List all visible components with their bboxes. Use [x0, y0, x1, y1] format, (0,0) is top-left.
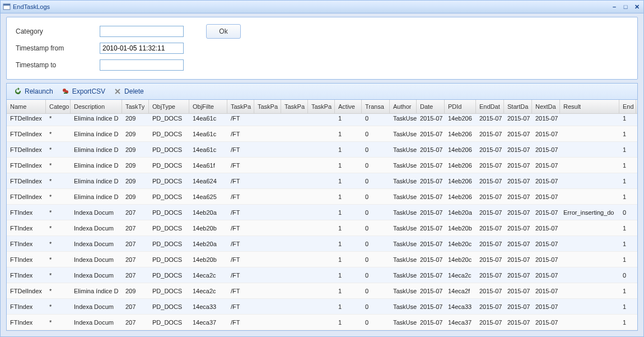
close-button[interactable]: ✕: [632, 3, 641, 11]
cell-active: 1: [335, 131, 362, 137]
table-row[interactable]: FTDelIndex*Elimina índice D209PD_DOCS14e…: [7, 126, 637, 142]
cell-cat: *: [46, 162, 71, 169]
cell-objtype: PD_DOCS: [149, 241, 189, 247]
svg-rect-1: [3, 4, 10, 6]
column-header[interactable]: End: [619, 100, 636, 113]
column-header[interactable]: TaskPa: [281, 100, 308, 113]
cell-tp1: /FT: [227, 319, 254, 326]
cell-active: 1: [335, 272, 362, 279]
cell-objtype: PD_DOCS: [149, 272, 189, 279]
cell-author: TaskUse: [390, 162, 417, 169]
column-header[interactable]: TaskPa: [254, 100, 281, 113]
cell-tp1: /FT: [227, 256, 254, 263]
cell-author: TaskUse: [390, 178, 417, 184]
ok-button[interactable]: Ok: [206, 24, 241, 39]
column-header[interactable]: Date: [417, 100, 445, 113]
table-row[interactable]: FTIndex*Indexa Docum207PD_DOCS14eb20b/FT…: [7, 220, 637, 236]
cell-desc: Indexa Docum: [71, 319, 122, 326]
table-row[interactable]: FTDelIndex*Elimina índice D209PD_DOCS14e…: [7, 114, 637, 126]
cell-tp1: /FT: [227, 225, 254, 232]
table-row[interactable]: FTDelIndex*Elimina índice D209PD_DOCS14e…: [7, 142, 637, 158]
table-row[interactable]: FTIndex*Indexa Docum207PD_DOCS14eb20b/FT…: [7, 252, 637, 267]
timestamp-from-input[interactable]: [100, 43, 184, 54]
column-header[interactable]: Description: [71, 100, 122, 113]
column-header[interactable]: ObjType: [149, 100, 189, 113]
column-header[interactable]: Active: [335, 100, 362, 113]
cell-author: TaskUse: [390, 225, 417, 232]
cell-end: 1: [619, 319, 636, 326]
cell-date: 2015-07: [417, 178, 445, 184]
relaunch-button[interactable]: Relaunch: [10, 85, 57, 98]
cell-tp1: /FT: [227, 272, 254, 279]
table-row[interactable]: FTDelIndex*Elimina índice D209PD_DOCS14e…: [7, 283, 637, 299]
table-row[interactable]: FTIndex*Indexa Docum207PD_DOCS14eca37/FT…: [7, 315, 637, 330]
table-row[interactable]: FTIndex*Indexa Docum207PD_DOCS14eb20a/FT…: [7, 205, 637, 220]
cell-trans: 0: [362, 178, 390, 184]
timestamp-to-input[interactable]: [100, 59, 184, 71]
minimize-button[interactable]: –: [610, 3, 619, 11]
column-header[interactable]: Transa: [362, 100, 390, 113]
column-header[interactable]: NextDa: [532, 100, 560, 113]
cell-name: FTDelIndex: [7, 288, 46, 294]
cell-trans: 0: [362, 162, 390, 169]
cell-objfilter: 14ea625: [189, 193, 227, 200]
cell-cat: *: [46, 319, 71, 326]
table-row[interactable]: FTIndex*Indexa Docum207PD_DOCS14eca2c/FT…: [7, 267, 637, 283]
cell-name: FTIndex: [7, 319, 46, 326]
cell-nextdate: 2015-07: [532, 209, 560, 216]
column-header[interactable]: Result: [560, 100, 619, 113]
cell-nextdate: 2015-07: [532, 225, 560, 232]
cell-tp1: /FT: [227, 209, 254, 216]
cell-startdate: 2015-07: [504, 193, 532, 200]
column-header[interactable]: TaskPa: [308, 100, 335, 113]
cell-enddate: 2015-07: [476, 319, 504, 326]
column-header[interactable]: StartDa: [504, 100, 532, 113]
cell-active: 1: [335, 209, 362, 216]
table-row[interactable]: FTDelIndex*Elimina índice D209PD_DOCS14e…: [7, 173, 637, 189]
maximize-button[interactable]: □: [621, 3, 630, 11]
exportcsv-button[interactable]: ExportCSV: [58, 85, 109, 98]
cell-trans: 0: [362, 241, 390, 247]
cell-end: 1: [619, 131, 636, 137]
column-header[interactable]: Catego: [46, 100, 71, 113]
cell-desc: Indexa Docum: [71, 225, 122, 232]
column-header[interactable]: TaskTy: [122, 100, 149, 113]
cell-startdate: 2015-07: [504, 303, 532, 310]
table-row[interactable]: FTIndex*Indexa Docum207PD_DOCS14eca33/FT…: [7, 299, 637, 315]
cell-objtype: PD_DOCS: [149, 225, 189, 232]
cell-enddate: 2015-07: [476, 162, 504, 169]
column-header[interactable]: TaskPa: [227, 100, 254, 113]
delete-button[interactable]: Delete: [110, 85, 147, 98]
cell-trans: 0: [362, 209, 390, 216]
cell-active: 1: [335, 225, 362, 232]
cell-cat: *: [46, 193, 71, 200]
delete-label: Delete: [124, 87, 144, 95]
cell-end: 0: [619, 209, 636, 216]
cell-objfilter: 14eb20a: [189, 209, 227, 216]
cell-cat: *: [46, 115, 71, 122]
category-input[interactable]: [100, 26, 184, 37]
window-body: Category Ok Timestamp from Timestamp to …: [1, 13, 643, 336]
table-row[interactable]: FTDelIndex*Elimina índice D209PD_DOCS14e…: [7, 158, 637, 173]
column-header[interactable]: Author: [390, 100, 417, 113]
cell-author: TaskUse: [390, 256, 417, 263]
cell-startdate: 2015-07: [504, 288, 532, 294]
grid-body[interactable]: FTDelIndex*Elimina índice D209PD_DOCS14e…: [7, 114, 637, 330]
cell-pdid: 14eca2f: [445, 288, 476, 294]
exportcsv-icon: [61, 87, 70, 96]
results-grid: NameCategoDescriptionTaskTyObjTypeObjFil…: [6, 99, 638, 331]
titlebar[interactable]: EndTaskLogs – □ ✕: [1, 1, 643, 13]
cell-name: FTDelIndex: [7, 146, 46, 153]
cell-startdate: 2015-07: [504, 146, 532, 153]
window-icon: [3, 3, 11, 11]
cell-objtype: PD_DOCS: [149, 209, 189, 216]
cell-nextdate: 2015-07: [532, 256, 560, 263]
column-header[interactable]: EndDat: [476, 100, 504, 113]
column-header[interactable]: Name: [7, 100, 46, 113]
table-row[interactable]: FTDelIndex*Elimina índice D209PD_DOCS14e…: [7, 189, 637, 205]
column-header[interactable]: PDId: [445, 100, 476, 113]
cell-trans: 0: [362, 303, 390, 310]
column-header[interactable]: ObjFilte: [189, 100, 227, 113]
cell-cat: *: [46, 272, 71, 279]
table-row[interactable]: FTIndex*Indexa Docum207PD_DOCS14eb20a/FT…: [7, 236, 637, 252]
